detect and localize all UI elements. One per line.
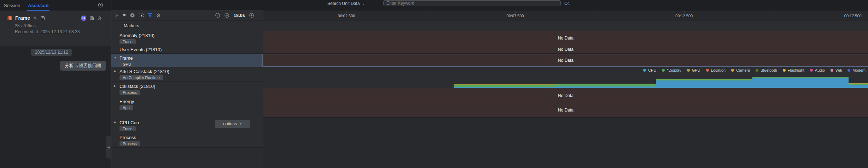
legend-dot-icon — [756, 69, 758, 72]
legend-item: Wifi — [831, 68, 842, 72]
expand-arrow-icon[interactable]: ▶ — [114, 121, 116, 124]
ruler-tick — [515, 11, 515, 13]
legend-label: *Display — [667, 68, 681, 72]
track-label-markers[interactable]: Markers — [111, 20, 263, 31]
track-badge: ArkCompiler Runtime — [120, 75, 163, 80]
legend-label: Location — [711, 68, 726, 72]
timeline-ruler[interactable]: 00:02.50000:07.50000:12.50000:17.500 — [263, 11, 868, 20]
track-label-anomaly[interactable]: Anomaly (21810)Trace — [111, 31, 263, 45]
track-title: CPU Core — [120, 120, 140, 125]
track-label-list: MarkersAnomaly (21810)TraceUser Events (… — [111, 20, 263, 148]
legend-label: Wifi — [835, 68, 842, 72]
energy-cpu-band — [752, 78, 849, 88]
tab-assistant[interactable]: Assistant — [28, 3, 49, 8]
navigate-icon[interactable] — [130, 13, 135, 18]
energy-cpu-band — [656, 80, 752, 88]
legend-label: Modem — [852, 68, 866, 72]
history-icon[interactable] — [98, 2, 103, 8]
track-label-process[interactable]: ProcessProcess — [111, 133, 263, 148]
track-badge: Process — [120, 90, 140, 95]
track-badge: Trace — [120, 39, 136, 44]
search-input[interactable] — [383, 0, 561, 6]
ruler-tick — [853, 11, 853, 13]
chat-timestamp: 2025/12/13 21:12 — [31, 49, 72, 56]
legend-item: Modem — [847, 68, 866, 72]
play-icon[interactable]: ▶ — [116, 13, 118, 17]
track-chart-user-events[interactable]: No Data — [263, 45, 868, 54]
track-label-energy[interactable]: EnergyApp — [111, 97, 263, 118]
ai-assistant-avatar[interactable]: G — [81, 16, 86, 21]
energy-cpu-band — [454, 87, 555, 88]
legend-dot-icon — [810, 69, 813, 72]
expand-arrow-icon[interactable]: ▶ — [114, 84, 116, 88]
track-badge: App — [120, 105, 133, 110]
legend-dot-icon — [706, 69, 709, 72]
track-chart-cpu-core[interactable]: No Data — [263, 88, 868, 103]
track-chart-frame[interactable]: No Data — [263, 54, 868, 67]
track-label-user-events[interactable]: User Events (21810) — [111, 45, 263, 54]
legend-dot-icon — [643, 69, 646, 72]
track-title: Callstack (21810) — [120, 84, 155, 89]
track-label-callstack[interactable]: ▶Callstack (21810)Process — [111, 82, 263, 97]
session-title: Frame — [15, 15, 30, 21]
ruler-time-label: 00:07.500 — [507, 14, 524, 18]
collapse-arrow-icon[interactable]: ▼ — [114, 56, 117, 59]
track-title: User Events (21810) — [120, 47, 162, 52]
track-badge: Process — [120, 141, 140, 146]
track-chart-markers[interactable] — [263, 20, 868, 31]
ruler-tick — [600, 11, 600, 13]
ruler-time-label: 00:02.500 — [338, 14, 355, 18]
track-badge: GPU — [120, 62, 134, 67]
sidebar-tab-bar: Session Assistant — [0, 0, 111, 11]
search-mode-label: Search Unit Data — [327, 1, 360, 6]
select-range-icon[interactable] — [139, 13, 144, 18]
track-badge: Trace — [120, 126, 136, 131]
no-data-label: No Data — [263, 108, 868, 113]
legend-label: Bluetooth — [761, 68, 777, 72]
expand-arrow-icon[interactable]: ▶ — [114, 70, 116, 73]
energy-segment — [656, 79, 752, 88]
ruler-tick — [684, 11, 685, 13]
legend-item: GPU — [687, 68, 700, 72]
legend-label: Camera — [736, 68, 750, 72]
track-label-cpu-core[interactable]: ▶CPU CoreTraceoptions▼ — [111, 118, 263, 133]
match-case-toggle[interactable]: Cc — [564, 1, 570, 6]
sidebar-collapse-handle[interactable]: ◀ — [106, 136, 111, 158]
film-icon — [7, 16, 12, 20]
delete-icon[interactable] — [97, 16, 101, 20]
track-title: Energy — [120, 99, 134, 104]
legend-item: Audio — [810, 68, 825, 72]
track-chart-process[interactable]: No Data — [263, 103, 868, 118]
legend-item: Flashlight — [783, 68, 804, 72]
notes-icon[interactable] — [40, 16, 45, 20]
session-duration: 28s 706ms — [0, 21, 111, 28]
legend-dot-icon — [687, 69, 690, 72]
zoom-out-icon[interactable] — [224, 13, 229, 18]
track-label-arkts-callstack[interactable]: ▶ArkTS Callstack (21810)ArkCompiler Runt… — [111, 67, 263, 82]
track-chart-anomaly[interactable]: No Data — [263, 31, 868, 45]
session-card[interactable]: Frame ✎ G 28s 706ms Recorded at: 2025-12… — [0, 11, 111, 46]
options-button[interactable]: options▼ — [215, 120, 250, 128]
settings-gear-icon[interactable]: ⚙ — [156, 13, 161, 18]
track-chart-energy[interactable]: CPU*DisplayGPULocationCameraBluetoothFla… — [263, 67, 868, 88]
no-data-label: No Data — [263, 93, 868, 98]
ruler-tick — [346, 11, 347, 13]
options-button-label: options — [223, 121, 237, 126]
chevron-down-icon: ⌄ — [362, 2, 365, 5]
track-label-frame[interactable]: ▼FrameGPU — [111, 54, 263, 67]
track-list-scrollbar[interactable] — [262, 54, 263, 67]
legend-item: Location — [706, 68, 726, 72]
search-mode-dropdown[interactable]: Search Unit Data ⌄ — [327, 1, 365, 6]
legend-item: Camera — [731, 68, 750, 72]
rename-icon[interactable]: ✎ — [33, 16, 37, 20]
save-icon[interactable] — [89, 16, 94, 20]
zoom-in-icon[interactable] — [249, 13, 254, 18]
filter-icon[interactable] — [147, 13, 152, 18]
legend-item: CPU — [643, 68, 656, 72]
flag-icon[interactable]: ⚑ — [122, 13, 126, 18]
tab-session[interactable]: Session — [4, 3, 20, 8]
chevron-down-icon: ▼ — [239, 122, 242, 126]
reset-zoom-icon[interactable] — [215, 13, 220, 18]
track-title: Process — [120, 135, 136, 140]
track-title: Markers — [124, 23, 139, 28]
